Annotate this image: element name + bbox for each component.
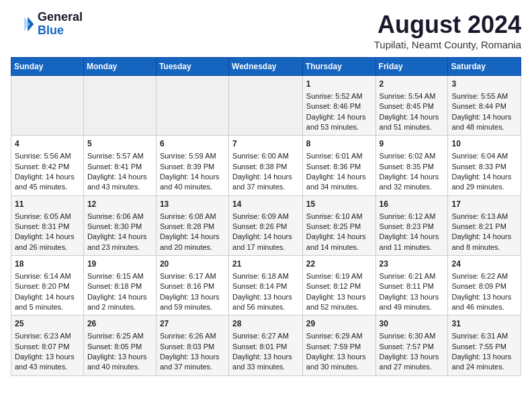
calendar-cell: 28Sunrise: 6:27 AMSunset: 8:01 PMDayligh… xyxy=(229,316,303,375)
calendar-cell: 24Sunrise: 6:22 AMSunset: 8:09 PMDayligh… xyxy=(448,256,521,316)
cell-text: Sunrise: 5:59 AM xyxy=(160,151,225,161)
cell-text: Sunrise: 6:00 AM xyxy=(232,151,299,161)
cell-text: Sunrise: 5:56 AM xyxy=(15,151,80,161)
day-number: 13 xyxy=(160,199,225,210)
day-number: 27 xyxy=(160,318,225,330)
calendar-cell: 29Sunrise: 6:29 AMSunset: 7:59 PMDayligh… xyxy=(302,316,375,375)
cell-text: Daylight: 14 hours xyxy=(451,232,517,242)
calendar-cell: 7Sunrise: 6:00 AMSunset: 8:38 PMDaylight… xyxy=(229,136,303,195)
cell-text: Sunrise: 6:06 AM xyxy=(87,212,152,222)
cell-text: Daylight: 13 hours xyxy=(232,292,299,302)
day-number: 5 xyxy=(87,138,152,150)
cell-text: Sunset: 8:39 PM xyxy=(160,162,225,172)
logo-blue: Blue xyxy=(38,24,83,38)
cell-text: Sunset: 8:16 PM xyxy=(160,281,225,291)
day-number: 16 xyxy=(380,199,445,210)
cell-text: and 29 minutes. xyxy=(451,182,517,192)
day-number: 17 xyxy=(451,199,517,210)
cell-text: Sunrise: 6:17 AM xyxy=(160,271,225,281)
day-number: 24 xyxy=(451,259,517,270)
day-number: 12 xyxy=(87,199,152,210)
calendar-cell xyxy=(229,76,303,136)
cell-text: Sunrise: 6:12 AM xyxy=(380,212,445,222)
cell-text: and 46 minutes. xyxy=(451,302,517,312)
cell-text: Daylight: 13 hours xyxy=(451,352,517,362)
cell-text: and 51 minutes. xyxy=(380,122,445,132)
cell-text: and 8 minutes. xyxy=(451,242,517,253)
page-header: General Blue August 2024 Tupilati, Neamt… xyxy=(11,11,521,50)
cell-text: and 26 minutes. xyxy=(15,242,80,253)
calendar-cell: 3Sunrise: 5:55 AMSunset: 8:44 PMDaylight… xyxy=(448,76,521,136)
day-header-saturday: Saturday xyxy=(448,58,521,76)
cell-text: Sunset: 8:42 PM xyxy=(15,162,80,172)
calendar-week-4: 18Sunrise: 6:14 AMSunset: 8:20 PMDayligh… xyxy=(11,256,521,316)
cell-text: Daylight: 14 hours xyxy=(306,112,372,122)
cell-text: Daylight: 14 hours xyxy=(380,112,445,122)
calendar-cell: 20Sunrise: 6:17 AMSunset: 8:16 PMDayligh… xyxy=(156,256,228,316)
cell-text: and 52 minutes. xyxy=(306,302,372,312)
day-header-tuesday: Tuesday xyxy=(156,58,228,76)
cell-text: and 33 minutes. xyxy=(232,362,299,372)
cell-text: and 43 minutes. xyxy=(15,362,80,372)
day-number: 10 xyxy=(451,138,517,150)
cell-text: and 30 minutes. xyxy=(306,362,372,372)
cell-text: and 37 minutes. xyxy=(232,182,299,192)
cell-text: and 56 minutes. xyxy=(232,302,299,312)
day-number: 26 xyxy=(87,318,152,330)
cell-text: Daylight: 13 hours xyxy=(306,352,372,362)
cell-text: and 48 minutes. xyxy=(451,122,517,132)
calendar-week-3: 11Sunrise: 6:05 AMSunset: 8:31 PMDayligh… xyxy=(11,195,521,255)
calendar-cell: 15Sunrise: 6:10 AMSunset: 8:25 PMDayligh… xyxy=(302,195,375,255)
calendar-cell: 1Sunrise: 5:52 AMSunset: 8:46 PMDaylight… xyxy=(302,76,375,136)
calendar-cell: 8Sunrise: 6:01 AMSunset: 8:36 PMDaylight… xyxy=(302,136,375,195)
cell-text: Daylight: 14 hours xyxy=(306,232,372,242)
cell-text: Sunrise: 6:02 AM xyxy=(380,151,445,161)
cell-text: Daylight: 13 hours xyxy=(160,352,225,362)
cell-text: Sunrise: 6:04 AM xyxy=(451,151,517,161)
day-number: 4 xyxy=(15,138,80,150)
cell-text: Daylight: 14 hours xyxy=(380,232,445,242)
day-number: 23 xyxy=(380,259,445,270)
cell-text: Sunrise: 5:52 AM xyxy=(306,91,372,101)
day-number: 2 xyxy=(380,79,445,90)
cell-text: Sunrise: 6:30 AM xyxy=(380,331,445,341)
cell-text: and 40 minutes. xyxy=(87,362,152,372)
day-number: 9 xyxy=(380,138,445,150)
day-number: 3 xyxy=(451,79,517,90)
day-number: 28 xyxy=(232,318,299,330)
cell-text: Daylight: 13 hours xyxy=(160,292,225,302)
cell-text: Daylight: 14 hours xyxy=(160,232,225,242)
cell-text: and 24 minutes. xyxy=(451,362,517,372)
day-number: 21 xyxy=(232,259,299,270)
calendar-cell xyxy=(11,76,84,136)
cell-text: Sunrise: 6:08 AM xyxy=(160,212,225,222)
calendar-cell: 19Sunrise: 6:15 AMSunset: 8:18 PMDayligh… xyxy=(83,256,156,316)
cell-text: Sunrise: 6:19 AM xyxy=(306,271,372,281)
cell-text: Sunrise: 6:26 AM xyxy=(160,331,225,341)
calendar-header-row: SundayMondayTuesdayWednesdayThursdayFrid… xyxy=(11,58,521,76)
cell-text: Sunset: 8:35 PM xyxy=(380,162,445,172)
cell-text: Daylight: 14 hours xyxy=(15,232,80,242)
calendar-cell: 9Sunrise: 6:02 AMSunset: 8:35 PMDaylight… xyxy=(375,136,448,195)
cell-text: and 34 minutes. xyxy=(306,182,372,192)
cell-text: Sunset: 8:30 PM xyxy=(87,222,152,232)
cell-text: Daylight: 14 hours xyxy=(15,172,80,182)
cell-text: Sunrise: 6:13 AM xyxy=(451,212,517,222)
logo: General Blue xyxy=(11,11,83,38)
logo-general: General xyxy=(38,11,83,24)
cell-text: Sunset: 8:21 PM xyxy=(451,222,517,232)
cell-text: Sunset: 8:01 PM xyxy=(232,342,299,352)
cell-text: Daylight: 14 hours xyxy=(87,292,152,302)
cell-text: and 32 minutes. xyxy=(380,182,445,192)
cell-text: Sunrise: 6:25 AM xyxy=(87,331,152,341)
calendar-cell: 4Sunrise: 5:56 AMSunset: 8:42 PMDaylight… xyxy=(11,136,84,195)
day-number: 8 xyxy=(306,138,372,150)
cell-text: Sunrise: 5:57 AM xyxy=(87,151,152,161)
cell-text: Daylight: 14 hours xyxy=(306,172,372,182)
cell-text: Sunrise: 6:23 AM xyxy=(15,331,80,341)
calendar-cell: 25Sunrise: 6:23 AMSunset: 8:07 PMDayligh… xyxy=(11,316,84,375)
calendar-cell xyxy=(83,76,156,136)
calendar-cell: 17Sunrise: 6:13 AMSunset: 8:21 PMDayligh… xyxy=(448,195,521,255)
cell-text: Sunset: 8:41 PM xyxy=(87,162,152,172)
cell-text: Sunrise: 5:55 AM xyxy=(451,91,517,101)
